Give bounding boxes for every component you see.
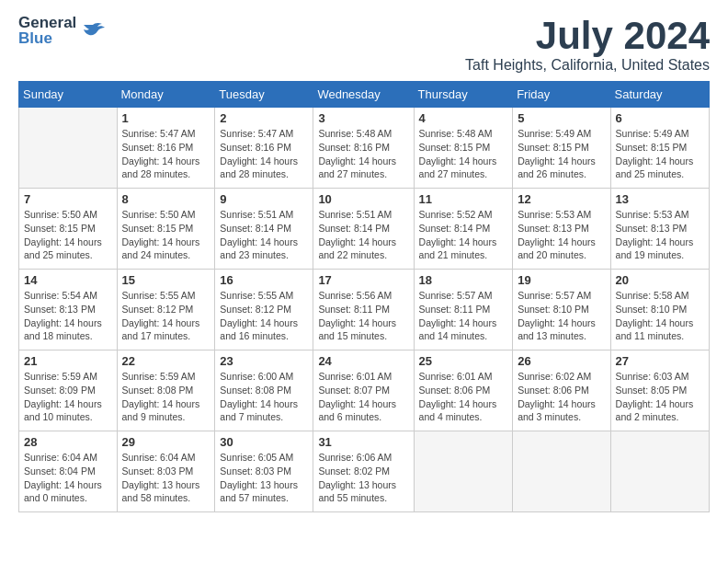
day-number: 11	[419, 192, 508, 206]
day-number: 30	[220, 435, 308, 449]
day-number: 16	[220, 273, 308, 287]
calendar-cell: 24Sunrise: 6:01 AM Sunset: 8:07 PM Dayli…	[313, 350, 414, 431]
day-detail: Sunrise: 5:52 AM Sunset: 8:14 PM Dayligh…	[419, 208, 508, 262]
title-area: July 2024 Taft Heights, California, Unit…	[465, 15, 710, 74]
day-detail: Sunrise: 5:50 AM Sunset: 8:15 PM Dayligh…	[122, 208, 210, 262]
logo-blue: Blue	[18, 30, 76, 46]
day-number: 26	[518, 354, 605, 368]
header-tuesday: Tuesday	[215, 82, 313, 108]
day-number: 28	[24, 435, 112, 449]
day-number: 29	[122, 435, 210, 449]
header-sunday: Sunday	[19, 82, 118, 108]
day-detail: Sunrise: 5:49 AM Sunset: 8:15 PM Dayligh…	[616, 127, 704, 181]
calendar-cell: 9Sunrise: 5:51 AM Sunset: 8:14 PM Daylig…	[215, 189, 313, 270]
calendar-cell: 7Sunrise: 5:50 AM Sunset: 8:15 PM Daylig…	[19, 189, 118, 270]
calendar-cell: 18Sunrise: 5:57 AM Sunset: 8:11 PM Dayli…	[414, 270, 513, 350]
calendar-cell: 17Sunrise: 5:56 AM Sunset: 8:11 PM Dayli…	[313, 270, 414, 350]
calendar-cell	[414, 431, 513, 512]
day-detail: Sunrise: 5:47 AM Sunset: 8:16 PM Dayligh…	[122, 127, 210, 181]
day-number: 24	[318, 354, 408, 368]
day-detail: Sunrise: 6:03 AM Sunset: 8:05 PM Dayligh…	[616, 370, 704, 424]
day-number: 23	[220, 354, 308, 368]
day-number: 21	[24, 354, 112, 368]
day-detail: Sunrise: 6:02 AM Sunset: 8:06 PM Dayligh…	[518, 370, 605, 424]
day-detail: Sunrise: 6:06 AM Sunset: 8:02 PM Dayligh…	[318, 451, 408, 505]
day-number: 19	[518, 273, 605, 287]
calendar-cell: 3Sunrise: 5:48 AM Sunset: 8:16 PM Daylig…	[313, 108, 414, 189]
day-number: 7	[24, 192, 112, 206]
day-number: 3	[318, 111, 408, 125]
calendar-cell: 14Sunrise: 5:54 AM Sunset: 8:13 PM Dayli…	[19, 270, 118, 350]
month-title: July 2024	[465, 15, 710, 57]
day-number: 2	[220, 111, 308, 125]
day-number: 1	[122, 111, 210, 125]
header-wednesday: Wednesday	[313, 82, 414, 108]
day-detail: Sunrise: 5:59 AM Sunset: 8:09 PM Dayligh…	[24, 370, 112, 424]
day-detail: Sunrise: 5:48 AM Sunset: 8:15 PM Dayligh…	[419, 127, 508, 181]
day-number: 15	[122, 273, 210, 287]
day-number: 17	[318, 273, 408, 287]
day-number: 31	[318, 435, 408, 449]
day-number: 9	[220, 192, 308, 206]
header-saturday: Saturday	[610, 82, 709, 108]
day-detail: Sunrise: 5:58 AM Sunset: 8:10 PM Dayligh…	[616, 289, 704, 343]
day-detail: Sunrise: 5:54 AM Sunset: 8:13 PM Dayligh…	[24, 289, 112, 343]
day-number: 4	[419, 111, 508, 125]
calendar-cell: 11Sunrise: 5:52 AM Sunset: 8:14 PM Dayli…	[414, 189, 513, 270]
day-detail: Sunrise: 6:01 AM Sunset: 8:07 PM Dayligh…	[318, 370, 408, 424]
calendar-cell: 28Sunrise: 6:04 AM Sunset: 8:04 PM Dayli…	[19, 431, 118, 512]
day-detail: Sunrise: 6:05 AM Sunset: 8:03 PM Dayligh…	[220, 451, 308, 505]
calendar-cell: 27Sunrise: 6:03 AM Sunset: 8:05 PM Dayli…	[610, 350, 709, 431]
day-detail: Sunrise: 5:55 AM Sunset: 8:12 PM Dayligh…	[220, 289, 308, 343]
day-detail: Sunrise: 5:56 AM Sunset: 8:11 PM Dayligh…	[318, 289, 408, 343]
calendar-cell: 21Sunrise: 5:59 AM Sunset: 8:09 PM Dayli…	[19, 350, 118, 431]
calendar-cell: 12Sunrise: 5:53 AM Sunset: 8:13 PM Dayli…	[513, 189, 610, 270]
calendar-table: SundayMondayTuesdayWednesdayThursdayFrid…	[18, 81, 710, 512]
calendar-week-row: 28Sunrise: 6:04 AM Sunset: 8:04 PM Dayli…	[19, 431, 710, 512]
day-number: 18	[419, 273, 508, 287]
calendar-week-row: 14Sunrise: 5:54 AM Sunset: 8:13 PM Dayli…	[19, 270, 710, 350]
calendar-cell: 15Sunrise: 5:55 AM Sunset: 8:12 PM Dayli…	[117, 270, 215, 350]
calendar-cell: 4Sunrise: 5:48 AM Sunset: 8:15 PM Daylig…	[414, 108, 513, 189]
day-number: 14	[24, 273, 112, 287]
calendar-week-row: 21Sunrise: 5:59 AM Sunset: 8:09 PM Dayli…	[19, 350, 710, 431]
calendar-cell: 20Sunrise: 5:58 AM Sunset: 8:10 PM Dayli…	[610, 270, 709, 350]
day-detail: Sunrise: 6:04 AM Sunset: 8:04 PM Dayligh…	[24, 451, 112, 505]
calendar-cell	[19, 108, 118, 189]
calendar-cell: 26Sunrise: 6:02 AM Sunset: 8:06 PM Dayli…	[513, 350, 610, 431]
calendar-cell	[513, 431, 610, 512]
day-detail: Sunrise: 6:00 AM Sunset: 8:08 PM Dayligh…	[220, 370, 308, 424]
calendar-cell: 23Sunrise: 6:00 AM Sunset: 8:08 PM Dayli…	[215, 350, 313, 431]
calendar-cell: 8Sunrise: 5:50 AM Sunset: 8:15 PM Daylig…	[117, 189, 215, 270]
calendar-header-row: SundayMondayTuesdayWednesdayThursdayFrid…	[19, 82, 710, 108]
calendar-cell: 10Sunrise: 5:51 AM Sunset: 8:14 PM Dayli…	[313, 189, 414, 270]
header-monday: Monday	[117, 82, 215, 108]
calendar-cell: 1Sunrise: 5:47 AM Sunset: 8:16 PM Daylig…	[117, 108, 215, 189]
day-number: 12	[518, 192, 605, 206]
day-detail: Sunrise: 5:53 AM Sunset: 8:13 PM Dayligh…	[518, 208, 605, 262]
day-detail: Sunrise: 5:50 AM Sunset: 8:15 PM Dayligh…	[24, 208, 112, 262]
day-detail: Sunrise: 5:55 AM Sunset: 8:12 PM Dayligh…	[122, 289, 210, 343]
calendar-cell: 5Sunrise: 5:49 AM Sunset: 8:15 PM Daylig…	[513, 108, 610, 189]
day-number: 27	[616, 354, 704, 368]
day-number: 8	[122, 192, 210, 206]
calendar-week-row: 7Sunrise: 5:50 AM Sunset: 8:15 PM Daylig…	[19, 189, 710, 270]
day-detail: Sunrise: 5:53 AM Sunset: 8:13 PM Dayligh…	[616, 208, 704, 262]
calendar-cell: 31Sunrise: 6:06 AM Sunset: 8:02 PM Dayli…	[313, 431, 414, 512]
calendar-cell: 25Sunrise: 6:01 AM Sunset: 8:06 PM Dayli…	[414, 350, 513, 431]
calendar-cell: 6Sunrise: 5:49 AM Sunset: 8:15 PM Daylig…	[610, 108, 709, 189]
day-detail: Sunrise: 5:48 AM Sunset: 8:16 PM Dayligh…	[318, 127, 408, 181]
day-detail: Sunrise: 5:57 AM Sunset: 8:11 PM Dayligh…	[419, 289, 508, 343]
day-detail: Sunrise: 5:51 AM Sunset: 8:14 PM Dayligh…	[220, 208, 308, 262]
day-number: 10	[318, 192, 408, 206]
logo-bird-icon	[80, 21, 106, 41]
calendar-cell: 29Sunrise: 6:04 AM Sunset: 8:03 PM Dayli…	[117, 431, 215, 512]
header: General Blue July 2024 Taft Heights, Cal…	[18, 15, 710, 74]
calendar-cell: 30Sunrise: 6:05 AM Sunset: 8:03 PM Dayli…	[215, 431, 313, 512]
calendar-cell: 22Sunrise: 5:59 AM Sunset: 8:08 PM Dayli…	[117, 350, 215, 431]
day-detail: Sunrise: 5:47 AM Sunset: 8:16 PM Dayligh…	[220, 127, 308, 181]
calendar-cell: 2Sunrise: 5:47 AM Sunset: 8:16 PM Daylig…	[215, 108, 313, 189]
day-detail: Sunrise: 5:51 AM Sunset: 8:14 PM Dayligh…	[318, 208, 408, 262]
day-number: 5	[518, 111, 605, 125]
calendar-cell: 19Sunrise: 5:57 AM Sunset: 8:10 PM Dayli…	[513, 270, 610, 350]
